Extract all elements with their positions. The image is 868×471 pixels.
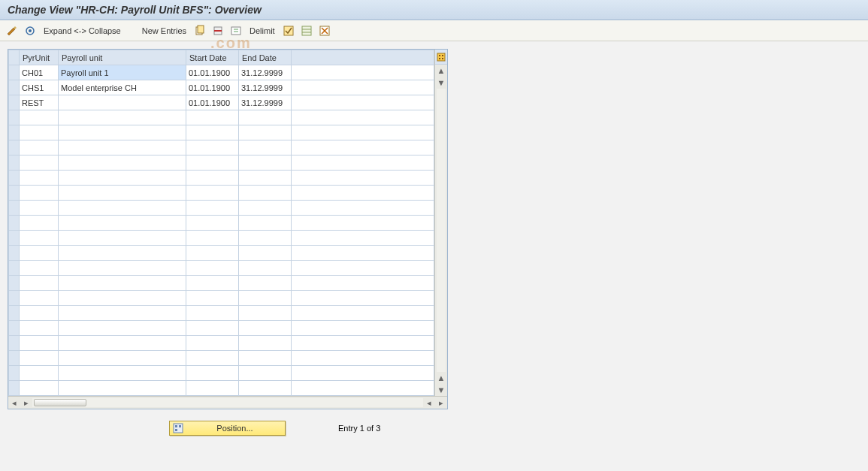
cell-empty[interactable] xyxy=(20,276,59,291)
vertical-scrollbar[interactable]: ▲ ▼ ▲ ▼ xyxy=(434,50,447,396)
row-selector[interactable] xyxy=(9,65,20,80)
scroll-down2-icon[interactable]: ▼ xyxy=(435,384,447,396)
cell-empty[interactable] xyxy=(239,186,292,201)
cell-payroll-unit[interactable]: Model enterprise CH xyxy=(59,80,186,95)
cell-empty[interactable] xyxy=(59,186,186,201)
cell-empty[interactable] xyxy=(239,246,292,261)
row-selector[interactable] xyxy=(9,381,20,396)
cell-empty[interactable] xyxy=(186,291,239,306)
cell-empty[interactable] xyxy=(59,140,186,155)
table-row-empty[interactable] xyxy=(9,186,434,201)
table-row-empty[interactable] xyxy=(9,351,434,366)
cell-pyrunit[interactable]: REST xyxy=(20,95,59,110)
row-selector[interactable] xyxy=(9,261,20,276)
cell-empty[interactable] xyxy=(239,276,292,291)
cell-empty[interactable] xyxy=(186,186,239,201)
row-selector[interactable] xyxy=(9,155,20,171)
table-row-empty[interactable] xyxy=(9,306,434,321)
col-pyrunit[interactable]: PyrUnit xyxy=(20,50,59,65)
col-end-date[interactable]: End Date xyxy=(239,50,292,65)
table-row-empty[interactable] xyxy=(9,110,434,125)
cell-end-date[interactable]: 31.12.9999 xyxy=(239,65,292,80)
deselect-all-icon[interactable] xyxy=(319,25,331,37)
cell-empty[interactable] xyxy=(59,306,186,321)
cell-empty[interactable] xyxy=(186,306,239,321)
cell-empty[interactable] xyxy=(59,231,186,246)
cell-empty[interactable] xyxy=(20,201,59,216)
cell-empty[interactable] xyxy=(186,125,239,140)
cell-empty[interactable] xyxy=(186,140,239,155)
table-row-empty[interactable] xyxy=(9,171,434,186)
table-row-empty[interactable] xyxy=(9,140,434,155)
cell-empty[interactable] xyxy=(20,125,59,140)
cell-empty[interactable] xyxy=(186,246,239,261)
table-row-empty[interactable] xyxy=(9,366,434,381)
scroll-up2-icon[interactable]: ▲ xyxy=(435,372,447,384)
cell-empty[interactable] xyxy=(186,201,239,216)
cell-empty[interactable] xyxy=(186,351,239,366)
row-selector[interactable] xyxy=(9,306,20,321)
cell-empty[interactable] xyxy=(239,216,292,231)
row-selector[interactable] xyxy=(9,321,20,336)
scroll-right-icon[interactable]: ◂ xyxy=(423,397,435,409)
table-row-empty[interactable] xyxy=(9,291,434,306)
col-start-date[interactable]: Start Date xyxy=(186,50,239,65)
vscroll-track[interactable] xyxy=(437,89,446,372)
cell-empty[interactable] xyxy=(239,110,292,125)
row-selector[interactable] xyxy=(9,201,20,216)
cell-empty[interactable] xyxy=(59,201,186,216)
select-block-icon[interactable] xyxy=(301,25,313,37)
cell-empty[interactable] xyxy=(59,216,186,231)
cell-empty[interactable] xyxy=(20,291,59,306)
cell-empty[interactable] xyxy=(239,291,292,306)
cell-empty[interactable] xyxy=(20,366,59,381)
table-row-empty[interactable] xyxy=(9,216,434,231)
cell-empty[interactable] xyxy=(239,366,292,381)
cell-empty[interactable] xyxy=(59,110,186,125)
cell-empty[interactable] xyxy=(186,366,239,381)
cell-empty[interactable] xyxy=(239,231,292,246)
table-row-empty[interactable] xyxy=(9,201,434,216)
row-selector[interactable] xyxy=(9,171,20,186)
scroll-left-icon[interactable]: ▸ xyxy=(20,397,32,409)
cell-empty[interactable] xyxy=(239,155,292,171)
cell-end-date[interactable]: 31.12.9999 xyxy=(239,80,292,95)
table-settings-icon[interactable] xyxy=(435,50,447,65)
cell-empty[interactable] xyxy=(20,381,59,396)
cell-empty[interactable] xyxy=(59,155,186,171)
cell-payroll-unit[interactable]: Payroll unit 1 xyxy=(59,65,186,80)
toggle-display-change-icon[interactable] xyxy=(6,25,18,37)
cell-empty[interactable] xyxy=(59,321,186,336)
hscroll-thumb[interactable] xyxy=(34,399,86,406)
other-view-icon[interactable] xyxy=(24,25,36,37)
delimit-button[interactable]: Delimit xyxy=(248,26,277,35)
cell-start-date[interactable]: 01.01.1900 xyxy=(186,65,239,80)
row-selector[interactable] xyxy=(9,246,20,261)
cell-empty[interactable] xyxy=(20,306,59,321)
row-selector[interactable] xyxy=(9,351,20,366)
scroll-right-last-icon[interactable]: ▸ xyxy=(435,397,447,409)
table-row-empty[interactable] xyxy=(9,231,434,246)
cell-empty[interactable] xyxy=(239,351,292,366)
cell-empty[interactable] xyxy=(20,171,59,186)
cell-start-date[interactable]: 01.01.1900 xyxy=(186,80,239,95)
cell-empty[interactable] xyxy=(59,125,186,140)
cell-empty[interactable] xyxy=(59,276,186,291)
table-row-empty[interactable] xyxy=(9,336,434,351)
table-row-empty[interactable] xyxy=(9,246,434,261)
table-row-empty[interactable] xyxy=(9,125,434,140)
scroll-left-first-icon[interactable]: ◂ xyxy=(8,397,20,409)
cell-empty[interactable] xyxy=(186,261,239,276)
cell-empty[interactable] xyxy=(239,171,292,186)
cell-empty[interactable] xyxy=(59,366,186,381)
table-row[interactable]: REST01.01.190031.12.9999 xyxy=(9,95,434,110)
row-selector-header[interactable] xyxy=(9,50,20,65)
expand-collapse-button[interactable]: Expand <-> Collapse xyxy=(42,26,122,35)
row-selector[interactable] xyxy=(9,216,20,231)
cell-empty[interactable] xyxy=(239,306,292,321)
row-selector[interactable] xyxy=(9,291,20,306)
table-row-empty[interactable] xyxy=(9,381,434,396)
cell-empty[interactable] xyxy=(59,246,186,261)
cell-empty[interactable] xyxy=(186,321,239,336)
cell-empty[interactable] xyxy=(20,140,59,155)
